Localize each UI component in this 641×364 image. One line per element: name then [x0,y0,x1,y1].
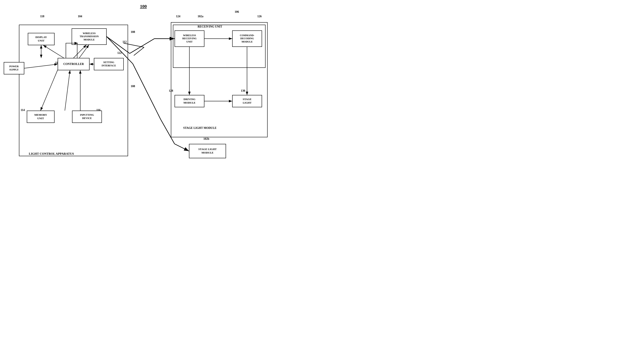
driving-module-box: DRIVINGMODULE [174,95,204,107]
stage-light-inner-box: STAGELIGHT [232,95,262,107]
setting-interface-box: SETTINGINTERFACE [94,58,124,70]
diagram-container: 100 118 104 108 124 102a 106 126 112 110… [0,0,320,182]
stage-light-module-inner-label: STAGE LIGHT MODULE [183,126,217,130]
inputting-device-box: INPUTTINGDEVICE [72,110,102,123]
command-decoding-box: COMMAND-DECODINGMODULE [232,30,262,47]
main-title: 100 [140,4,147,9]
ref-124: 124 [176,15,180,18]
ref-108b: 108 [131,85,135,88]
ref-106: 106 [235,10,239,14]
ref-102a: 102a [198,15,203,18]
display-unit-box: DISPLAYUNIT [28,33,55,45]
stage-light-module-outer-box: STAGE LIGHTMODULE [189,144,226,158]
svg-line-14 [133,64,160,119]
ref-102b: 102b [203,137,209,140]
receiving-unit-label: RECEIVING UNIT [198,25,222,28]
controller-box: CONTROLLER [58,58,90,70]
svg-line-16 [174,144,189,151]
svg-line-18 [134,47,144,56]
svg-line-11 [130,39,154,54]
wireless-tx-box: WIRELESSTRANSMISSIONMODULE [72,28,107,45]
power-supply-box: POWERSUPPLY [4,62,24,74]
ref-118: 118 [40,15,44,18]
wireless-receiving-box: WIRELESSRECEIVINGUNIT [174,30,204,47]
ref-104: 104 [78,15,82,18]
ref-126: 126 [257,15,262,18]
memory-unit-box: MEMORYUNIT [27,110,55,123]
ref-108a: 108 [131,30,135,34]
light-control-apparatus-label: LIGHT CONTROL APPARATUS [29,152,74,156]
